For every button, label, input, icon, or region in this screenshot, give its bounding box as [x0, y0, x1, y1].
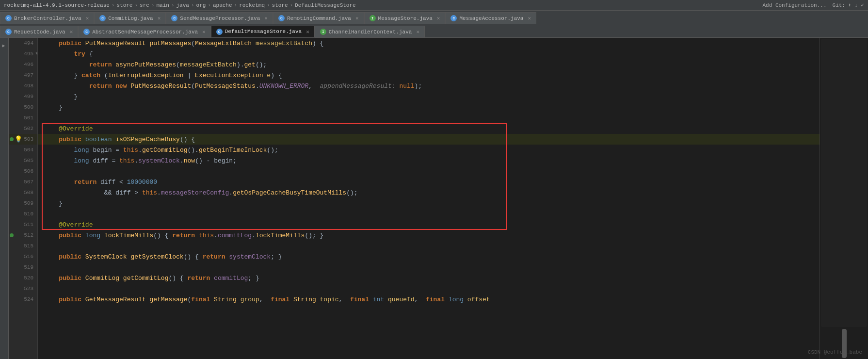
tab-icon-c: C	[5, 15, 12, 21]
code-line-523	[38, 283, 820, 294]
breadcrumb-java: java	[177, 2, 189, 8]
tab-close-icon[interactable]: ✕	[416, 29, 419, 35]
tab-remoting-command[interactable]: C RemotingCommand.java ✕	[273, 12, 364, 24]
tab-abstract-send[interactable]: C AbstractSendMessageProcessor.java ✕	[78, 26, 210, 37]
tab-label: BrokerController.java	[14, 16, 81, 21]
breadcrumb-class: DefaultMessageStore	[295, 2, 355, 8]
code-line-495: try {	[38, 49, 820, 59]
tab-close-icon[interactable]: ✕	[355, 15, 359, 21]
tab-label: MessageStore.java	[378, 16, 433, 21]
code-line-516: public SystemClock getSystemClock() { re…	[38, 251, 820, 262]
line-num-498: 498	[9, 81, 37, 91]
tab-close-icon[interactable]: ✕	[202, 29, 206, 35]
line-num-511: 511	[9, 219, 37, 230]
line-num-519: 519	[9, 262, 37, 273]
line-num-512: 512	[9, 230, 37, 241]
line-num-499: 499	[9, 91, 37, 102]
code-content: public PutMessageResult putMessages(Mess…	[38, 38, 820, 305]
tab-close-icon[interactable]: ✕	[528, 15, 531, 21]
tab-close-icon[interactable]: ✕	[70, 29, 73, 35]
tab-close-icon[interactable]: ✕	[306, 29, 309, 35]
code-line-524: public GetMessageResult getMessage(final…	[38, 294, 820, 305]
code-line-507: return diff < 10000000	[38, 177, 820, 187]
add-configuration-button[interactable]: Add Configuration...	[763, 2, 827, 8]
code-line-496: return asyncPutMessages(messageExtBatch)…	[38, 59, 820, 70]
line-num-516: 516	[9, 251, 37, 262]
tab-send-message-processor[interactable]: C SendMessageProcessor.java ✕	[166, 12, 273, 24]
scrollbar-track[interactable]	[820, 38, 868, 359]
tab-icon-i: I	[320, 29, 326, 35]
code-line-503: public boolean isOSPageCacheBusy() {	[38, 134, 820, 145]
tab-channel-handler[interactable]: I ChannelHandlerContext.java ✕	[315, 26, 425, 37]
tab-icon-c: C	[171, 15, 177, 21]
tab-default-message-store[interactable]: C DefaultMessageStore.java ✕	[211, 26, 315, 37]
line-num-508: 508	[9, 187, 37, 198]
breadcrumb-src: src	[140, 2, 149, 8]
tab-broker-controller[interactable]: C BrokerController.java ✕	[0, 12, 94, 24]
minimap	[821, 39, 867, 327]
code-line-515	[38, 241, 820, 251]
code-line-509: }	[38, 198, 820, 209]
tab-commit-log[interactable]: C CommitLog.java ✕	[94, 12, 166, 24]
vcs-icons[interactable]: ⬆ ↓ ✓	[848, 2, 864, 8]
line-num-506: 506	[9, 166, 37, 177]
tab-label: AbstractSendMessageProcessor.java	[92, 29, 198, 35]
code-line-497: } catch (InterruptedException | Executio…	[38, 70, 820, 81]
code-line-508: && diff > this.messageStoreConfig.getOsP…	[38, 187, 820, 198]
line-num-494: 494	[9, 38, 37, 49]
title-bar: rocketmq-all-4.9.1-source-release › stor…	[0, 0, 868, 11]
tab-label: DefaultMessageStore.java	[225, 29, 302, 34]
tab-close-icon[interactable]: ✕	[86, 15, 89, 21]
breadcrumb-store: store	[116, 2, 132, 8]
code-line-506	[38, 166, 820, 177]
tab-close-icon[interactable]: ✕	[264, 15, 268, 21]
bulb-icon-503[interactable]: 💡	[15, 135, 22, 143]
line-num-497: 497	[9, 70, 37, 81]
breadcrumb-main: main	[157, 2, 169, 8]
line-num-501: 501	[9, 113, 37, 123]
tab-message-store[interactable]: I MessageStore.java ✕	[364, 12, 446, 24]
code-line-500: }	[38, 102, 820, 113]
line-num-496: 496	[9, 59, 37, 70]
warning-icon-503	[10, 137, 14, 141]
line-num-523: 523	[9, 283, 37, 294]
line-num-495: 495 ▼	[9, 49, 37, 59]
line-num-509: 509	[9, 198, 37, 209]
tab-message-accessor[interactable]: C MessageAccessor.java ✕	[445, 12, 536, 24]
code-line-511: @Override	[38, 219, 820, 230]
line-num-507: 507	[9, 177, 37, 187]
line-number-gutter: 494 495 ▼ 496 497 498 499 500 501	[9, 38, 38, 359]
tab-label: RemotingCommand.java	[287, 16, 351, 21]
watermark: CSDN @coffee_babe	[808, 349, 862, 355]
line-num-505: 505	[9, 155, 37, 166]
tab-icon-c: C	[83, 29, 90, 35]
code-line-520: public CommitLog getCommitLog() { return…	[38, 273, 820, 283]
line-num-500: 500	[9, 102, 37, 113]
code-line-494: public PutMessageResult putMessages(Mess…	[38, 38, 820, 49]
code-editor[interactable]: public PutMessageResult putMessages(Mess…	[38, 38, 820, 359]
git-label: Git:	[833, 2, 845, 8]
project-name: rocketmq-all-4.9.1-source-release	[4, 2, 110, 8]
code-line-498: return new PutMessageResult(PutMessageSt…	[38, 81, 820, 91]
line-num-520: 520	[9, 273, 37, 283]
tab-icon-c: C	[278, 15, 285, 21]
tab-close-icon[interactable]: ✕	[158, 15, 161, 21]
tab-request-code[interactable]: C RequestCode.java ✕	[0, 26, 78, 37]
tab-icon-c: C	[5, 29, 12, 35]
tab-icon-c: C	[99, 15, 106, 21]
project-panel-toggle[interactable]: ◀	[1, 44, 7, 49]
code-line-504: long begin = this.getCommitLog().getBegi…	[38, 145, 820, 155]
code-line-501	[38, 113, 820, 123]
code-line-512: public long lockTimeMills() { return thi…	[38, 230, 820, 241]
tab-label: CommitLog.java	[108, 16, 153, 21]
breadcrumb-rocketmq: rocketmq	[239, 2, 265, 8]
code-line-499: }	[38, 91, 820, 102]
tab-label: SendMessageProcessor.java	[180, 16, 260, 21]
tab-icon-i: I	[370, 15, 376, 21]
code-line-510	[38, 209, 820, 219]
tab-close-icon[interactable]: ✕	[437, 15, 440, 21]
code-line-505: long diff = this.systemClock.now() - beg…	[38, 155, 820, 166]
line-num-524: 524	[9, 294, 37, 305]
line-num-510: 510	[9, 209, 37, 219]
main-editor-area: ◀ 494 495 ▼ 496 497 498 499 500	[0, 38, 868, 359]
